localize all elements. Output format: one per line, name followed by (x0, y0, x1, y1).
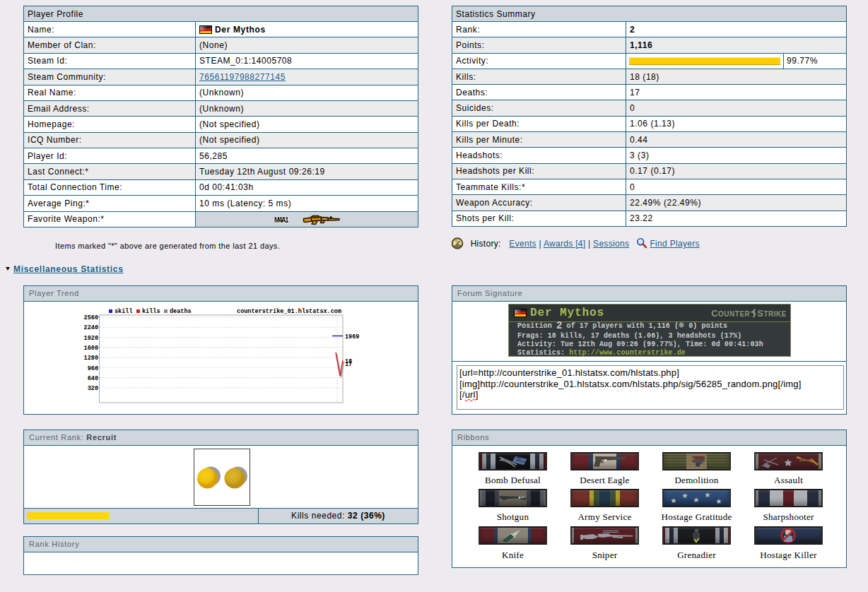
svg-text:deaths: deaths (170, 308, 192, 315)
svg-text:640: 640 (88, 375, 98, 382)
svg-text:counterstrike_01.hlstatsx.com: counterstrike_01.hlstatsx.com (237, 308, 341, 315)
svg-text:17: 17 (345, 361, 352, 368)
svg-text:960: 960 (88, 365, 98, 372)
svg-text:320: 320 (88, 385, 98, 392)
svg-text:1920: 1920 (84, 335, 98, 342)
svg-text:2560: 2560 (84, 314, 98, 321)
svg-text:2240: 2240 (84, 324, 98, 331)
svg-text:kills: kills (142, 308, 160, 315)
svg-text:skill: skill (115, 308, 133, 315)
svg-text:1600: 1600 (84, 345, 98, 352)
svg-text:1280: 1280 (84, 355, 98, 362)
svg-text:1969: 1969 (345, 333, 359, 341)
